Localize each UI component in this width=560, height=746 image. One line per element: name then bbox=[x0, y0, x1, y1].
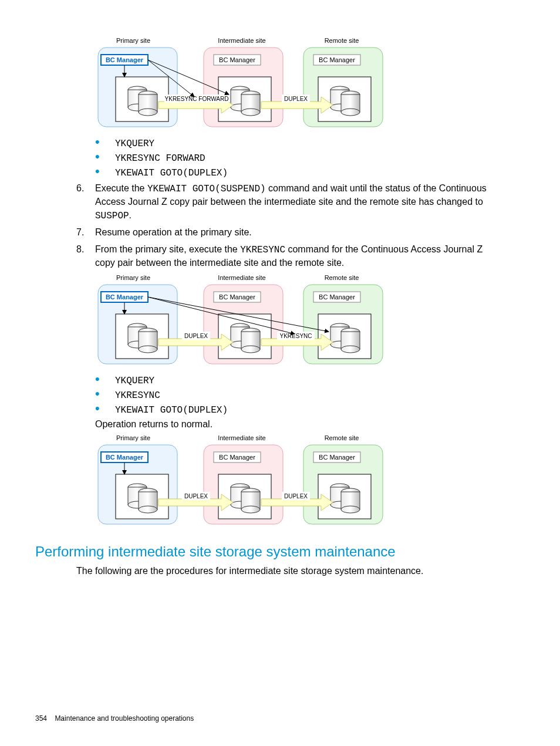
svg-point-90 bbox=[341, 506, 360, 513]
operation-normal-text: Operation returns to normal. bbox=[95, 419, 504, 430]
bc-manager-label: BC Manager bbox=[319, 56, 355, 63]
diagram-3-intermediate-label: Intermediate site bbox=[218, 434, 265, 441]
arrow-label: DUPLEX bbox=[284, 493, 308, 499]
bullet-item: YKQUERY bbox=[115, 376, 154, 386]
bullet-dot-icon: • bbox=[95, 167, 115, 175]
diagram-1: Primary site Intermediate site Remote si… bbox=[95, 36, 504, 130]
arrow-label: DUPLEX bbox=[184, 333, 208, 339]
bc-manager-label: BC Manager bbox=[106, 454, 144, 461]
diagram-2-primary-label: Primary site bbox=[116, 274, 150, 281]
step-text: Execute the bbox=[95, 183, 147, 193]
step-8: 8. From the primary site, execute the YK… bbox=[76, 243, 504, 270]
diagram-1-intermediate-label: Intermediate site bbox=[218, 37, 265, 44]
diagram-2: Primary site Intermediate site Remote si… bbox=[95, 273, 504, 367]
step-number: 6. bbox=[76, 182, 95, 222]
page-footer: 354 Maintenance and troubleshooting oper… bbox=[35, 714, 194, 723]
bc-manager-label: BC Manager bbox=[319, 293, 355, 301]
step-text: Resume operation at the primary site. bbox=[95, 226, 504, 239]
code-inline: SUSPOP bbox=[95, 211, 129, 221]
step-7: 7. Resume operation at the primary site. bbox=[76, 226, 504, 239]
diagram-1-primary-label: Primary site bbox=[116, 37, 150, 44]
bc-manager-label: BC Manager bbox=[219, 293, 255, 301]
bullet-dot-icon: • bbox=[95, 390, 115, 398]
diagram-1-remote-label: Remote site bbox=[325, 37, 359, 44]
step-text: . bbox=[129, 210, 131, 220]
code-inline: YKEWAIT GOTO(SUSPEND) bbox=[147, 184, 266, 194]
diagram-3-primary-label: Primary site bbox=[116, 434, 150, 441]
bullet-item: YKQUERY bbox=[115, 139, 154, 149]
bc-manager-label: BC Manager bbox=[319, 454, 355, 461]
arrow-label: YKRESYNC bbox=[279, 333, 312, 339]
diagram-3: Primary site Intermediate site Remote si… bbox=[95, 433, 504, 527]
bc-manager-label: BC Manager bbox=[219, 56, 255, 63]
chapter-title: Maintenance and troubleshooting operatio… bbox=[55, 714, 194, 723]
bc-manager-label: BC Manager bbox=[219, 454, 255, 461]
svg-point-46 bbox=[139, 346, 157, 353]
svg-point-26 bbox=[341, 109, 360, 116]
section-intro: The following are the procedures for int… bbox=[76, 566, 504, 576]
bullet-item: YKEWAIT GOTO(DUPLEX) bbox=[115, 168, 228, 178]
diagram-3-remote-label: Remote site bbox=[325, 434, 359, 441]
arrow-label: DUPLEX bbox=[284, 96, 308, 102]
svg-point-58 bbox=[341, 346, 360, 353]
bullet-item: YKRESYNC bbox=[115, 390, 160, 401]
arrow-label: DUPLEX bbox=[184, 493, 208, 499]
code-inline: YKRESYNC bbox=[240, 245, 285, 255]
bullet-dot-icon: • bbox=[95, 375, 115, 383]
bullet-dot-icon: • bbox=[95, 138, 115, 146]
bullet-dot-icon: • bbox=[95, 153, 115, 161]
svg-point-14 bbox=[139, 109, 157, 116]
diagram-2-intermediate-label: Intermediate site bbox=[218, 274, 265, 281]
step-text: From the primary site, execute the bbox=[95, 244, 240, 254]
bullet-item: YKEWAIT GOTO(DUPLEX) bbox=[115, 405, 228, 416]
step-6: 6. Execute the YKEWAIT GOTO(SUSPEND) com… bbox=[76, 182, 504, 222]
diagram-2-remote-label: Remote site bbox=[325, 274, 359, 281]
arrow-label: YKRESYNC FORWARD bbox=[165, 96, 229, 102]
step-number: 7. bbox=[76, 226, 95, 239]
svg-point-84 bbox=[241, 506, 260, 513]
step-number: 8. bbox=[76, 243, 95, 270]
bullet-dot-icon: • bbox=[95, 404, 115, 413]
svg-point-78 bbox=[139, 506, 157, 513]
svg-point-52 bbox=[241, 346, 260, 353]
page-number: 354 bbox=[35, 714, 47, 723]
bc-manager-label: BC Manager bbox=[106, 293, 144, 301]
bullet-item: YKRESYNC FORWARD bbox=[115, 153, 205, 164]
bullet-list-2: •YKQUERY •YKRESYNC •YKEWAIT GOTO(DUPLEX) bbox=[95, 375, 504, 416]
bullet-list-1: •YKQUERY •YKRESYNC FORWARD •YKEWAIT GOTO… bbox=[95, 138, 504, 178]
section-heading: Performing intermediate site storage sys… bbox=[35, 544, 504, 560]
bc-manager-label: BC Manager bbox=[106, 56, 144, 63]
svg-point-20 bbox=[241, 109, 260, 116]
